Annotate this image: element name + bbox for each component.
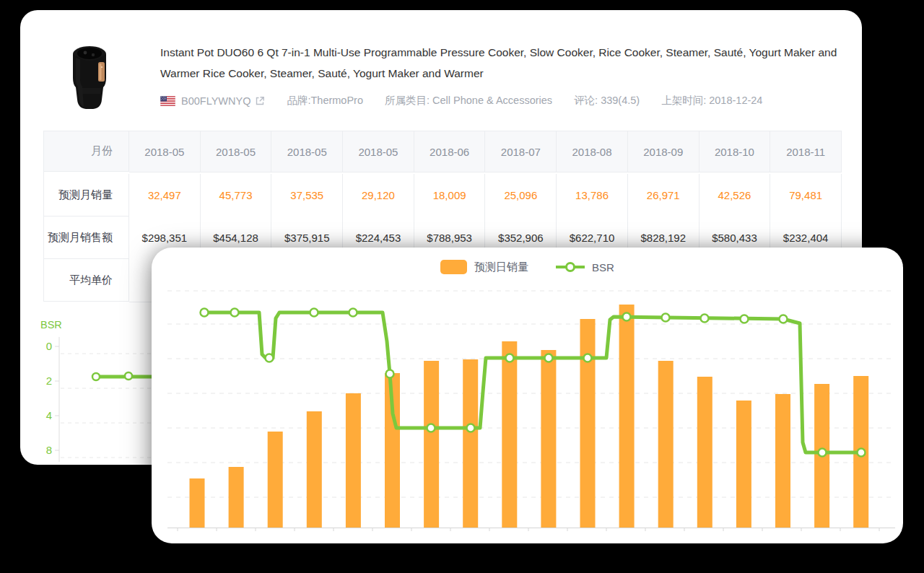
table-cell: 29,120 bbox=[343, 174, 414, 217]
table-header-cell-0: 2018-05 bbox=[129, 131, 201, 172]
daily-sales-bar bbox=[424, 361, 439, 528]
legend-bar-swatch bbox=[440, 260, 467, 274]
bsr-line-marker bbox=[584, 354, 592, 362]
daily-sales-bar bbox=[502, 341, 517, 528]
table-row-label-1: 预测月销售额 bbox=[44, 216, 129, 259]
table-header-cell-3: 2018-05 bbox=[343, 131, 414, 172]
bsr-line-marker bbox=[310, 309, 318, 317]
table-cell: 45,773 bbox=[201, 174, 272, 217]
daily-sales-bar bbox=[268, 432, 283, 528]
daily-sales-bar bbox=[463, 359, 478, 528]
legend-label: 预测日销量 bbox=[474, 261, 528, 274]
table-header-cell-1: 2018-05 bbox=[201, 131, 272, 172]
legend-item-daily-sales[interactable]: 预测日销量 bbox=[440, 260, 528, 274]
table-header-cell-4: 2018-06 bbox=[414, 131, 486, 172]
legend-label: BSR bbox=[592, 261, 614, 274]
bsr-line-marker bbox=[266, 354, 274, 362]
table-header-cell-5: 2018-07 bbox=[485, 131, 557, 172]
chart-overlay-card: 预测日销量BSR bbox=[152, 248, 903, 543]
mini-axis-tick-label: 0 bbox=[46, 340, 52, 352]
legend-item-bsr[interactable]: BSR bbox=[556, 261, 614, 274]
daily-sales-bar bbox=[619, 305, 635, 528]
bsr-line bbox=[204, 312, 861, 452]
table-cell: 79,481 bbox=[770, 174, 842, 217]
page-background: Instant Pot DUO60 6 Qt 7-in-1 Multi-Use … bbox=[0, 0, 924, 573]
daily-sales-bar bbox=[736, 401, 751, 528]
mini-line-marker bbox=[125, 372, 132, 380]
bsr-line-marker bbox=[819, 449, 827, 457]
us-flag-icon bbox=[160, 96, 175, 106]
listed-date-label: 上架时间: 2018-12-24 bbox=[661, 94, 762, 108]
daily-sales-bar bbox=[580, 319, 596, 528]
daily-sales-bar bbox=[190, 478, 205, 528]
table-header-cell-2: 2018-05 bbox=[271, 131, 343, 172]
bsr-line-marker bbox=[858, 449, 866, 457]
bsr-line-marker bbox=[506, 354, 514, 362]
daily-sales-bar bbox=[658, 361, 674, 528]
reviews-label: 评论: 339(4.5) bbox=[574, 94, 640, 108]
bsr-line-marker bbox=[349, 309, 357, 317]
bsr-line-marker bbox=[386, 370, 394, 378]
bsr-line-marker bbox=[545, 354, 553, 362]
external-link-icon bbox=[255, 96, 265, 106]
daily-sales-bar bbox=[541, 350, 556, 528]
daily-sales-bar bbox=[346, 393, 361, 528]
bsr-line-marker bbox=[741, 315, 749, 323]
asin-text: B00FLYWNYQ bbox=[181, 95, 250, 107]
table-cell: 13,786 bbox=[557, 174, 628, 217]
product-title: Instant Pot DUO60 6 Qt 7-in-1 Multi-Use … bbox=[160, 42, 853, 84]
bsr-line-marker bbox=[427, 424, 435, 432]
product-meta-row: B00FLYWNYQ 品牌:ThermoPro 所属类目: Cell Phone… bbox=[160, 94, 762, 108]
bsr-line-marker bbox=[623, 313, 631, 321]
table-cell: 25,096 bbox=[485, 174, 557, 217]
bsr-line-marker bbox=[231, 309, 239, 317]
daily-sales-bar bbox=[697, 377, 712, 528]
bsr-axis-title: BSR bbox=[40, 319, 62, 331]
category-label: 所属类目: Cell Phone & Accessories bbox=[385, 94, 552, 108]
brand-label: 品牌:ThermoPro bbox=[287, 94, 363, 108]
asin-group: B00FLYWNYQ bbox=[160, 95, 265, 107]
table-header-cell-8: 2018-10 bbox=[699, 131, 771, 172]
table-cell: 32,497 bbox=[129, 174, 201, 217]
daily-sales-bar bbox=[775, 394, 790, 528]
table-header-cell-6: 2018-08 bbox=[557, 131, 628, 172]
product-title-line1: Instant Pot DUO60 6 Qt 7-in-1 Multi-Use … bbox=[160, 42, 853, 63]
mini-line-marker bbox=[92, 373, 100, 380]
table-cell: 37,535 bbox=[271, 174, 343, 217]
bsr-line-marker bbox=[662, 314, 670, 322]
chart-legend: 预测日销量BSR bbox=[152, 260, 903, 274]
table-cell: 18,009 bbox=[414, 174, 486, 217]
mini-axis-tick-label: 8 bbox=[46, 444, 52, 456]
table-header-cell-7: 2018-09 bbox=[628, 131, 699, 172]
table-row-label-2: 平均单价 bbox=[44, 259, 129, 302]
bsr-line-marker bbox=[780, 315, 788, 323]
product-title-line2: Warmer Rice Cooker, Steamer, Sauté, Yogu… bbox=[160, 63, 853, 84]
bsr-line-marker bbox=[701, 315, 709, 323]
mini-axis-tick-label: 4 bbox=[46, 409, 52, 421]
table-cell: 42,526 bbox=[699, 174, 771, 217]
legend-line-icon bbox=[556, 261, 585, 273]
table-corner-header: 月份 bbox=[44, 131, 129, 172]
product-image-graphic bbox=[64, 43, 116, 111]
product-image[interactable] bbox=[64, 43, 116, 111]
mini-axis-tick-label: 2 bbox=[46, 375, 52, 387]
table-row-label-0: 预测月销量 bbox=[44, 174, 129, 216]
daily-sales-bar bbox=[307, 411, 322, 528]
bsr-line-marker bbox=[467, 424, 475, 432]
table-cell: 26,971 bbox=[628, 174, 699, 217]
daily-sales-bsr-chart bbox=[152, 248, 903, 543]
table-header-cell-9: 2018-11 bbox=[770, 131, 842, 172]
asin-link[interactable]: B00FLYWNYQ bbox=[181, 95, 265, 107]
daily-sales-bar bbox=[229, 467, 244, 528]
bsr-line-marker bbox=[201, 309, 209, 317]
